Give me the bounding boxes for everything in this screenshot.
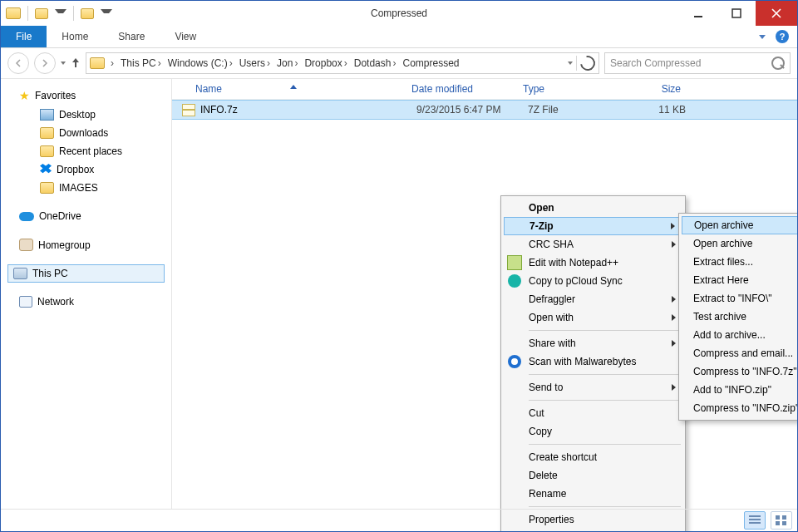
menu-crc-sha[interactable]: CRC SHA: [504, 235, 682, 254]
qat-properties-icon[interactable]: [35, 8, 48, 19]
column-header-size[interactable]: Size: [623, 83, 691, 95]
menu-defraggler[interactable]: Defraggler: [504, 290, 682, 308]
view-details-button[interactable]: [744, 511, 766, 530]
column-header-type[interactable]: Type: [523, 83, 623, 95]
search-input[interactable]: Search Compressed: [604, 52, 791, 74]
submenu-add-to-archive[interactable]: Add to archive...: [682, 326, 798, 344]
breadcrumb-item[interactable]: Users›: [237, 57, 273, 69]
file-row[interactable]: INFO.7z 9/23/2015 6:47 PM 7Z File 11 KB: [172, 100, 797, 120]
sidebar-group-favorites[interactable]: ★Favorites: [1, 86, 171, 106]
sidebar-label: Favorites: [35, 90, 76, 101]
qat-newfolder-icon[interactable]: [81, 8, 94, 19]
breadcrumb-label: Jon: [277, 57, 293, 69]
submenu-open-archive-more[interactable]: Open archive: [682, 234, 798, 253]
tab-share[interactable]: Share: [103, 26, 160, 47]
menu-label: Create shortcut: [525, 451, 676, 463]
menu-label: 7-Zip: [526, 220, 671, 232]
file-size: 11 KB: [628, 104, 696, 116]
submenu-arrow-icon: [671, 223, 675, 229]
submenu-compress-email[interactable]: Compress and email...: [682, 344, 798, 362]
submenu-add-to-zip[interactable]: Add to "INFO.zip": [682, 381, 798, 399]
breadcrumb-item[interactable]: This PC›: [118, 57, 164, 69]
qat-dropdown-icon[interactable]: [101, 9, 112, 18]
sidebar-item-label: OneDrive: [39, 210, 81, 222]
menu-create-shortcut[interactable]: Create shortcut: [504, 448, 682, 466]
maximize-button[interactable]: [717, 1, 756, 26]
sidebar-item-label: IMAGES: [59, 182, 98, 194]
view-icons-button[interactable]: [771, 511, 792, 530]
sidebar-item-dropbox[interactable]: Dropbox: [34, 160, 171, 179]
breadcrumb-item[interactable]: Jon›: [274, 57, 300, 69]
sidebar-item-thispc[interactable]: This PC: [7, 264, 165, 283]
submenu-compress-7z-email[interactable]: Compress to "INFO.7z" and email: [682, 362, 798, 381]
menu-label: Compress and email...: [690, 347, 798, 359]
svg-rect-0: [694, 16, 702, 17]
up-button[interactable]: [71, 58, 81, 68]
menu-label: Extract files...: [690, 256, 798, 268]
sidebar-item-downloads[interactable]: Downloads: [34, 124, 171, 142]
menu-label: Compress to "INFO.zip" and email: [690, 402, 798, 414]
submenu-extract-files[interactable]: Extract files...: [682, 253, 798, 271]
menu-label: Copy to pCloud Sync: [525, 275, 676, 287]
sidebar-item-label: Homegroup: [38, 239, 91, 251]
folder-icon: [40, 145, 54, 157]
submenu-arrow-icon: [672, 241, 676, 248]
tab-label: Share: [118, 31, 145, 42]
file-tab-label: File: [16, 31, 32, 42]
submenu-extract-here[interactable]: Extract Here: [682, 271, 798, 289]
sidebar-item-desktop[interactable]: Desktop: [34, 106, 171, 124]
menu-send-to[interactable]: Send to: [504, 378, 682, 397]
menu-share-with[interactable]: Share with: [504, 334, 682, 352]
minimize-button[interactable]: [679, 1, 717, 26]
close-button[interactable]: [756, 1, 797, 26]
submenu-compress-zip-email[interactable]: Compress to "INFO.zip" and email: [682, 399, 798, 417]
sidebar-item-homegroup[interactable]: Homegroup: [1, 235, 171, 254]
forward-button[interactable]: [34, 52, 56, 74]
breadcrumb-item[interactable]: Compressed: [400, 57, 461, 69]
address-dropdown-icon[interactable]: [568, 62, 573, 65]
menu-rename[interactable]: Rename: [504, 485, 682, 503]
tab-home[interactable]: Home: [47, 26, 103, 47]
tab-view[interactable]: View: [160, 26, 211, 47]
menu-copy[interactable]: Copy: [504, 422, 682, 441]
file-name: INFO.7z: [200, 104, 416, 116]
breadcrumb-chevron[interactable]: ›: [106, 57, 116, 69]
sidebar-item-recent[interactable]: Recent places: [34, 142, 171, 160]
sidebar-item-label: Recent places: [59, 145, 122, 157]
menu-open[interactable]: Open: [504, 199, 682, 217]
menu-label: Open with: [525, 312, 672, 323]
submenu-arrow-icon: [672, 384, 676, 391]
menu-cut[interactable]: Cut: [504, 404, 682, 422]
menu-delete[interactable]: Delete: [504, 466, 682, 485]
menu-label: Cut: [525, 407, 676, 419]
help-icon[interactable]: ?: [776, 30, 789, 43]
menu-malwarebytes[interactable]: Scan with Malwarebytes: [504, 352, 682, 371]
submenu-open-archive[interactable]: Open archive: [682, 216, 798, 234]
address-bar[interactable]: › This PC› Windows (C:)› Users› Jon› Dro…: [86, 52, 599, 74]
column-header-date[interactable]: Date modified: [411, 83, 523, 95]
breadcrumb-item[interactable]: Dropbox›: [302, 57, 349, 69]
back-button[interactable]: [7, 52, 29, 74]
menu-pcloud[interactable]: Copy to pCloud Sync: [504, 272, 682, 290]
menu-edit-notepadpp[interactable]: Edit with Notepad++: [504, 254, 682, 272]
menu-7zip[interactable]: 7-Zip: [504, 217, 682, 235]
history-dropdown-icon[interactable]: [61, 62, 66, 65]
sidebar-item-images[interactable]: IMAGES: [34, 179, 171, 197]
submenu-extract-to[interactable]: Extract to "INFO\": [682, 289, 798, 308]
menu-open-with[interactable]: Open with: [504, 308, 682, 327]
refresh-icon[interactable]: [577, 52, 598, 73]
column-label: Type: [523, 83, 544, 95]
sidebar-item-network[interactable]: Network: [1, 293, 171, 311]
sort-asc-icon: [290, 85, 297, 89]
sidebar-item-onedrive[interactable]: OneDrive: [1, 207, 171, 225]
breadcrumb-item[interactable]: Windows (C:)›: [165, 57, 235, 69]
file-tab[interactable]: File: [1, 26, 47, 47]
menu-label: CRC SHA: [525, 239, 672, 250]
column-header-name[interactable]: Name: [195, 83, 411, 95]
breadcrumb-item[interactable]: Dotdash›: [352, 57, 399, 69]
context-menu: Open 7-Zip CRC SHA Edit with Notepad++ C…: [500, 195, 686, 532]
submenu-test-archive[interactable]: Test archive: [682, 308, 798, 326]
qat-dropdown-icon[interactable]: [55, 9, 66, 18]
ribbon-minimize-icon[interactable]: [759, 35, 766, 39]
homegroup-icon: [19, 239, 33, 251]
